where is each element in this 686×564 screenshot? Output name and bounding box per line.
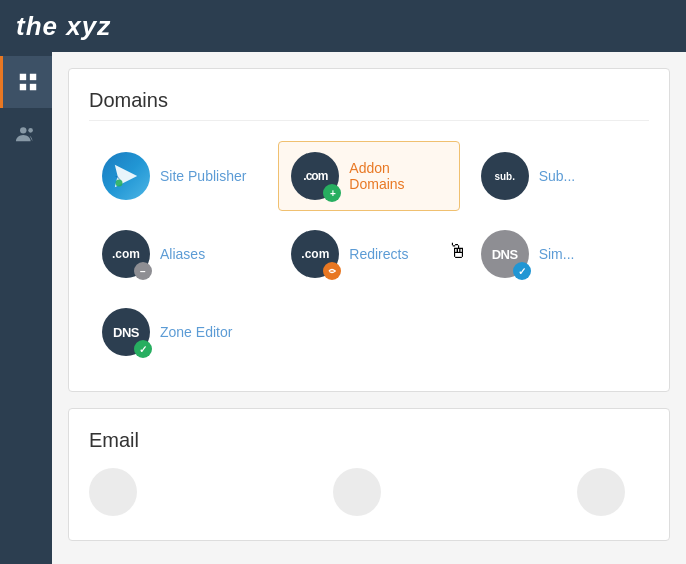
zone-editor-label: Zone Editor [160,324,232,340]
site-publisher-icon [102,152,150,200]
sidebar-item-grid[interactable] [0,56,52,108]
redirect-arrow-svg [327,266,337,276]
redirects-icon: .com [291,230,339,278]
redirects-badge [323,262,341,280]
aliases-badge: − [134,262,152,280]
sidebar [0,52,52,564]
simple-dns-label: Sim... [539,246,575,262]
header: the xyz [0,0,686,52]
grid-icon [17,71,39,93]
site-publisher-item[interactable]: Site Publisher [89,141,270,211]
simple-dns-item[interactable]: DNS ✓ Sim... [468,219,649,289]
svg-rect-3 [29,84,35,90]
addon-domains-icon: .com + [291,152,339,200]
aliases-icon: .com − [102,230,150,278]
aliases-item[interactable]: .com − Aliases [89,219,270,289]
zone-editor-icon: DNS ✓ [102,308,150,356]
addon-domains-badge: + [323,184,341,202]
aliases-com-text: .com [112,247,140,261]
sidebar-item-users[interactable] [0,108,52,160]
users-icon [15,123,37,145]
zone-editor-text: DNS [113,325,139,340]
svg-point-4 [20,127,26,133]
redirects-com-text: .com [301,247,329,261]
email-icons-row [89,460,649,516]
redirects-item[interactable]: .com Redirects [278,219,459,289]
aliases-label: Aliases [160,246,205,262]
svg-point-5 [28,128,33,133]
redirects-label: Redirects [349,246,408,262]
domains-grid: Site Publisher .com + Addon Domains sub.… [89,141,649,367]
simple-dns-text: DNS [492,247,518,262]
content-area: Domains Site Publisher [52,52,686,564]
svg-rect-0 [19,74,25,80]
zone-editor-badge: ✓ [134,340,152,358]
subdomains-icon: sub. [481,152,529,200]
addon-domains-item[interactable]: .com + Addon Domains [278,141,459,211]
zone-editor-item[interactable]: DNS ✓ Zone Editor [89,297,270,367]
subdomains-label: Sub... [539,168,576,184]
domains-title: Domains [89,89,649,121]
paper-plane-svg [112,162,140,190]
logo: the xyz [16,11,111,42]
simple-dns-badge: ✓ [513,262,531,280]
svg-rect-2 [19,84,25,90]
svg-rect-1 [29,74,35,80]
domains-section: Domains Site Publisher [68,68,670,392]
email-icon-1 [89,468,137,516]
subdomains-item[interactable]: sub. Sub... [468,141,649,211]
svg-point-8 [116,180,123,187]
site-publisher-label: Site Publisher [160,168,246,184]
email-title: Email [89,429,649,460]
subdomain-text: sub. [494,171,515,182]
main-layout: Domains Site Publisher [0,52,686,564]
email-icon-3 [577,468,625,516]
email-icon-2 [333,468,381,516]
addon-domains-label: Addon Domains [349,160,446,192]
simple-dns-icon: DNS ✓ [481,230,529,278]
addon-domains-text: .com [303,169,327,183]
email-section: Email [68,408,670,541]
